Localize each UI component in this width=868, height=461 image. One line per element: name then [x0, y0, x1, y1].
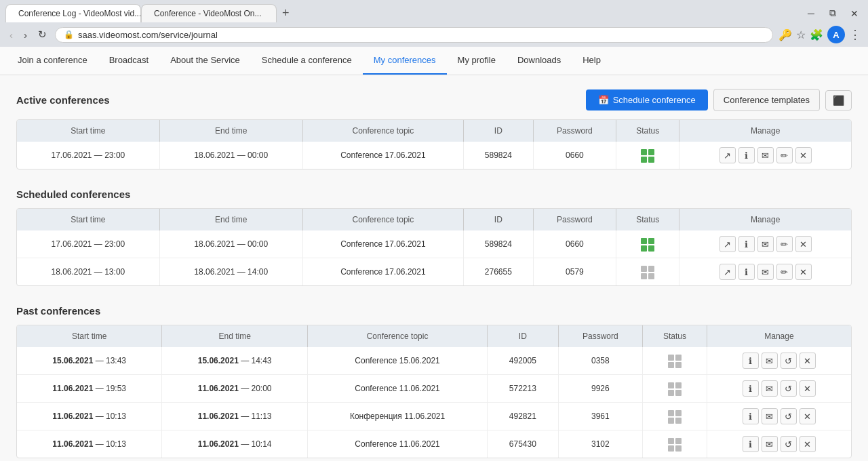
manage-info-btn[interactable]: ℹ — [743, 353, 759, 369]
manage-edit-btn[interactable]: ✏ — [776, 236, 793, 252]
past-row2-topic: Conference 11.06.2021 — [307, 375, 487, 403]
sched-row1-status — [616, 230, 679, 258]
new-tab-button[interactable]: + — [277, 6, 295, 20]
extensions-icon[interactable]: 🧩 — [810, 28, 823, 41]
menu-dots[interactable]: ⋮ — [849, 27, 861, 42]
past-row3-status — [643, 403, 707, 430]
active-conferences-title: Active conferences — [16, 94, 110, 106]
manage-info-btn[interactable]: ℹ — [738, 264, 755, 280]
manage-edit-btn[interactable]: ✏ — [776, 264, 793, 280]
manage-mail-btn[interactable]: ✉ — [757, 236, 774, 252]
bookmark-icon[interactable]: ☆ — [796, 28, 806, 41]
sched-row1-end: 18.06.2021 — 00:00 — [159, 230, 302, 258]
nav-my-conferences[interactable]: My conferences — [363, 47, 447, 75]
manage-refresh-btn[interactable]: ↺ — [781, 436, 797, 452]
maximize-button[interactable]: ⧉ — [825, 5, 841, 22]
past-row1-end: 15.06.2021 — 14:43 — [162, 347, 308, 375]
calendar-icon: 📅 — [598, 95, 609, 105]
tab-2[interactable]: Conference - VideoMost On... ✕ — [141, 4, 277, 22]
manage-enter-btn[interactable]: ↗ — [719, 264, 736, 280]
user-avatar[interactable]: A — [827, 26, 845, 43]
scheduled-conferences-section: Scheduled conferences Start time End tim… — [16, 188, 852, 286]
manage-refresh-btn[interactable]: ↺ — [781, 380, 797, 397]
table-row: 17.06.2021 — 23:00 18.06.2021 — 00:00 Co… — [17, 142, 851, 169]
sched-col-password: Password — [533, 209, 616, 230]
nav-my-profile[interactable]: My profile — [447, 47, 507, 75]
past-row4-end: 11.06.2021 — 10:14 — [162, 430, 308, 458]
sched-row1-id: 589824 — [464, 230, 534, 258]
tab-1-label: Conference Log - VideoMost vid... — [18, 9, 141, 18]
conference-templates-button[interactable]: Conference templates — [713, 89, 820, 111]
back-button[interactable]: ‹ — [7, 28, 16, 42]
manage-delete-btn[interactable]: ✕ — [800, 408, 816, 424]
past-row4-topic: Conference 11.06.2021 — [307, 430, 487, 458]
active-row-id: 589824 — [464, 142, 534, 169]
manage-info-btn[interactable]: ℹ — [743, 436, 759, 452]
sched-col-end: End time — [159, 209, 302, 230]
nav-about[interactable]: About the Service — [159, 47, 251, 75]
manage-info-btn[interactable]: ℹ — [738, 147, 755, 163]
export-icon-button[interactable]: ⬛ — [825, 90, 852, 111]
manage-mail-btn[interactable]: ✉ — [762, 353, 778, 369]
manage-mail-btn[interactable]: ✉ — [762, 380, 778, 397]
nav-broadcast[interactable]: Broadcast — [98, 47, 160, 75]
past-row1-manage: ℹ ✉ ↺ ✕ — [707, 347, 851, 375]
manage-mail-btn[interactable]: ✉ — [757, 264, 774, 280]
reload-button[interactable]: ↻ — [35, 27, 50, 42]
manage-info-btn[interactable]: ℹ — [743, 380, 759, 397]
manage-delete-btn[interactable]: ✕ — [800, 353, 816, 369]
tab-1[interactable]: Conference Log - VideoMost vid... ✕ — [5, 4, 141, 22]
sched-col-manage: Manage — [679, 209, 851, 230]
manage-delete-btn[interactable]: ✕ — [800, 436, 816, 452]
sched-row1-start: 17.06.2021 — 23:00 — [17, 230, 159, 258]
manage-mail-btn[interactable]: ✉ — [762, 408, 778, 424]
active-row-status — [616, 142, 679, 169]
manage-refresh-btn[interactable]: ↺ — [781, 353, 797, 369]
nav-schedule-conference[interactable]: Schedule a conference — [251, 47, 363, 75]
tab-2-label: Conference - VideoMost On... — [154, 9, 262, 18]
past-row4-status — [643, 430, 707, 458]
url-bar[interactable]: 🔒 saas.videomost.com/service/journal — [55, 27, 773, 43]
nav-help[interactable]: Help — [572, 47, 612, 75]
sched-row2-end: 18.06.2021 — 14:00 — [159, 258, 302, 286]
manage-enter-btn[interactable]: ↗ — [719, 147, 736, 163]
browser-controls: ─ ⧉ ✕ — [803, 5, 863, 22]
close-button[interactable]: ✕ — [846, 5, 863, 22]
key-icon[interactable]: 🔑 — [778, 28, 792, 41]
address-bar: ‹ › ↻ 🔒 saas.videomost.com/service/journ… — [0, 22, 868, 47]
manage-delete-btn[interactable]: ✕ — [800, 380, 816, 397]
manage-info-btn[interactable]: ℹ — [743, 408, 759, 424]
past-row1-id: 492005 — [488, 347, 558, 375]
sched-row2-status — [616, 258, 679, 286]
table-row: 17.06.2021 — 23:00 18.06.2021 — 00:00 Co… — [17, 230, 851, 258]
schedule-conference-button[interactable]: 📅 Schedule conference — [586, 89, 708, 111]
sched-row2-start: 18.06.2021 — 13:00 — [17, 258, 159, 286]
manage-mail-btn[interactable]: ✉ — [757, 147, 774, 163]
manage-info-btn[interactable]: ℹ — [738, 236, 755, 252]
manage-refresh-btn[interactable]: ↺ — [781, 408, 797, 424]
manage-enter-btn[interactable]: ↗ — [719, 236, 736, 252]
manage-edit-btn[interactable]: ✏ — [776, 147, 793, 163]
nav-downloads[interactable]: Downloads — [507, 47, 572, 75]
manage-mail-btn[interactable]: ✉ — [762, 436, 778, 452]
address-right: 🔑 ☆ 🧩 A ⋮ — [778, 26, 861, 43]
past-row2-end: 11.06.2021 — 20:00 — [162, 375, 308, 403]
minimize-button[interactable]: ─ — [803, 5, 819, 22]
sched-col-id: ID — [464, 209, 534, 230]
table-row: 11.06.2021 — 19:53 11.06.2021 — 20:00 Co… — [17, 375, 851, 403]
past-row1-status — [643, 347, 707, 375]
tab-bar: Conference Log - VideoMost vid... ✕ Conf… — [0, 0, 868, 22]
col-status: Status — [616, 120, 679, 142]
manage-delete-btn[interactable]: ✕ — [795, 147, 812, 163]
nav-join-conference[interactable]: Join a conference — [7, 47, 98, 75]
active-conferences-table: Start time End time Conference topic ID … — [16, 119, 852, 169]
manage-delete-btn[interactable]: ✕ — [795, 236, 812, 252]
past-row4-password: 3102 — [558, 430, 643, 458]
past-row1-start: 15.06.2021 — 13:43 — [17, 347, 162, 375]
forward-button[interactable]: › — [21, 28, 30, 42]
manage-delete-btn[interactable]: ✕ — [795, 264, 812, 280]
past-conferences-header: Past conferences — [16, 305, 852, 317]
sched-row2-password: 0579 — [533, 258, 616, 286]
past-row4-manage: ℹ ✉ ↺ ✕ — [707, 430, 851, 458]
active-conferences-section: Active conferences 📅 Schedule conference… — [16, 89, 852, 169]
